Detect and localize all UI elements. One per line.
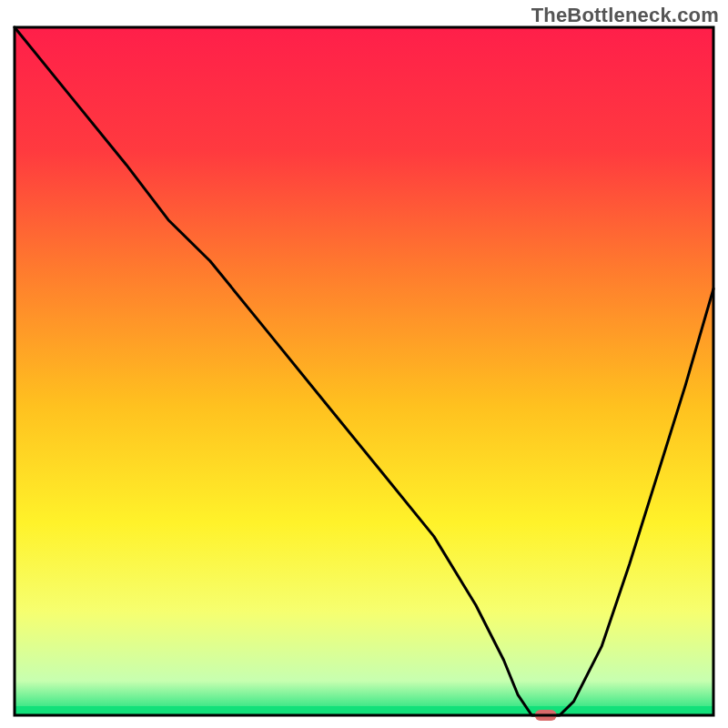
bottleneck-chart [0, 0, 728, 728]
chart-container: TheBottleneck.com [0, 0, 728, 728]
watermark-text: TheBottleneck.com [531, 4, 719, 27]
plot-background [15, 27, 713, 715]
